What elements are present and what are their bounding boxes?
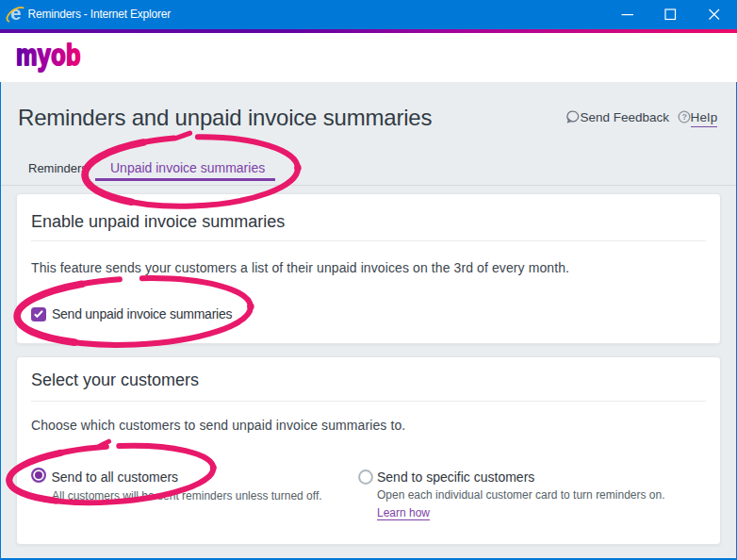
svg-text:?: ?: [682, 112, 688, 122]
svg-text:myob: myob: [16, 38, 81, 72]
svg-text:e: e: [10, 3, 21, 24]
